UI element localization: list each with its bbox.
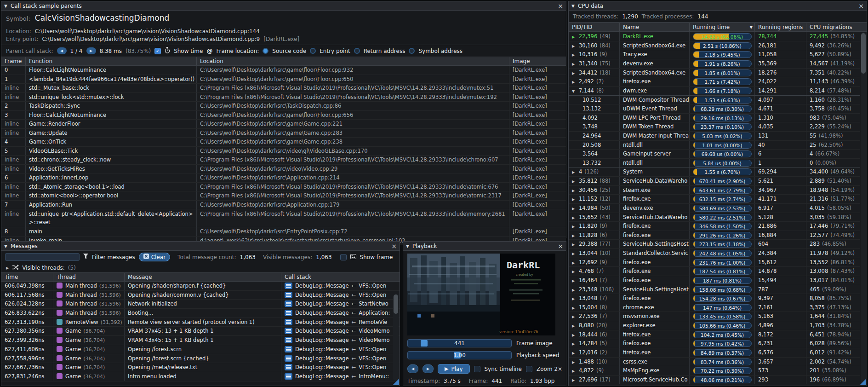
message-column-header[interactable]: Message: [124, 273, 281, 281]
tree-expand-icon[interactable]: ▶: [572, 367, 579, 375]
process-row[interactable]: ▶11,828(6)firefox.exe291.26 ms (1.26%)16…: [569, 231, 860, 240]
call-stack-row[interactable]: 0Floor::CalcLightNoLuminanceC:\Users\wol…: [1, 66, 566, 75]
show-time-checkbox[interactable]: ✓: [154, 48, 161, 54]
frame-column-header[interactable]: Frame: [1, 57, 25, 65]
tree-expand-icon[interactable]: ▶: [572, 295, 579, 303]
process-row[interactable]: ▶4,768(7)firefox.exe187.54 ms (0.81%)14,…: [569, 267, 860, 276]
process-row[interactable]: ▼7,144(8)dwm.exe1.66 s (7.18%)14,2918,21…: [569, 87, 860, 96]
process-row[interactable]: ▶27,696(17)Microsoft.ServiceHub.Co48.06 …: [569, 375, 860, 385]
time-column-header[interactable]: Time: [1, 273, 53, 281]
tree-expand-icon[interactable]: ▶: [572, 214, 579, 222]
resize-grip[interactable]: [393, 379, 399, 385]
call-stack-row[interactable]: inlinestd::chrono::steady_clock::nowC:\P…: [1, 156, 566, 165]
tree-expand-icon[interactable]: ▶: [572, 331, 579, 339]
process-row[interactable]: ▶11,820(9)firefox.exe346.58 ms (1.50%)21…: [569, 222, 860, 231]
tree-expand-icon[interactable]: ▶: [572, 267, 579, 276]
cpu-scrollbar[interactable]: [861, 32, 866, 385]
call-stack-titlebar[interactable]: ▼ Call stack sample parents ×: [1, 1, 566, 11]
process-row[interactable]: ▶29,388(77)ServiceHub.SettingsHost273.15…: [569, 240, 860, 249]
process-row[interactable]: ▶35,812(88)ServiceHub.DataWareho670.41 m…: [569, 177, 860, 186]
clear-button[interactable]: Clear: [139, 253, 170, 261]
process-row[interactable]: ▶1,488(10)csrss.exe83.74 ms (0.36%)3,657…: [569, 358, 860, 367]
radio-return-address-label[interactable]: Return address: [364, 48, 405, 54]
message-row[interactable]: 627,380,356nsGame(36,704)VRAM 37x45: 13 …: [1, 327, 400, 336]
frame-image-slider[interactable]: 441: [407, 339, 512, 347]
cpu-scrollbar-thumb[interactable]: [861, 33, 866, 74]
process-row[interactable]: ▶13,048(7)firefox.exe154.28 ms (0.67%)9,…: [569, 294, 860, 303]
collapse-triangle-icon[interactable]: ▼: [571, 4, 575, 8]
running-regions-column-header[interactable]: Running regions: [754, 23, 806, 31]
tree-expand-icon[interactable]: ▶: [572, 177, 579, 185]
call-stack-row[interactable]: 7Application::RunC:\Users\wolf\Desktop\d…: [1, 201, 566, 210]
collapse-triangle-icon[interactable]: ▼: [4, 244, 7, 248]
collapse-triangle-icon[interactable]: ▼: [4, 4, 7, 8]
zoom-2x-label[interactable]: Zoom 2×: [537, 366, 562, 372]
tree-expand-icon[interactable]: ▶: [572, 42, 579, 50]
process-row[interactable]: ▶4,872(9)MsMpEng.exe70.22 ms (0.30%)5732…: [569, 366, 860, 375]
running-time-column-header[interactable]: Running time ▼: [689, 23, 754, 31]
tree-expand-icon[interactable]: ▶: [572, 349, 579, 357]
message-row[interactable]: 627,558,996nsGame(36,704)Opening /forest…: [1, 354, 400, 364]
message-row[interactable]: 626,024,328nsMain thread(31,596)Network …: [1, 300, 400, 309]
step-back-button[interactable]: ◀: [407, 364, 418, 373]
call-stack-row[interactable]: inlinestd::_Atomic_storage<bool,1>::load…: [1, 183, 566, 192]
radio-symbol-address-label[interactable]: Symbol address: [418, 48, 463, 54]
zoom-2x-checkbox[interactable]: [526, 366, 532, 372]
process-row[interactable]: ▶10,316(9)Tracy.exe2.18 s (9.45%)11,0585…: [569, 50, 860, 59]
thread-column-header[interactable]: Thread: [53, 273, 124, 281]
call-stack-row[interactable]: inlineGame::RenderFloorC:\Users\wolf\Des…: [1, 120, 566, 129]
message-row[interactable]: 627,667,736nsGame(36,704)Opening /meta/r…: [1, 363, 400, 372]
process-row[interactable]: ▶15,004(8)chrome.exe147 ms (0.64%)7,1613…: [569, 303, 860, 312]
tree-expand-icon[interactable]: ▶: [572, 322, 579, 330]
message-row[interactable]: 606,117,568nsMain thread(31,596)Opening …: [1, 291, 400, 300]
process-row[interactable]: ▶12,692(9)firefox.exe231.76 ms (1.00%)15…: [569, 258, 860, 267]
radio-return-address[interactable]: [354, 48, 360, 54]
collapse-triangle-icon[interactable]: ▼: [406, 244, 409, 248]
message-row[interactable]: 627,313,190nsRemoteView(31,392)Remote vi…: [1, 318, 400, 327]
process-row[interactable]: 10,512DWM Compositor Thread1.53 s (6.63%…: [569, 95, 860, 104]
call-stack-row[interactable]: inlinestd::_Mutex_base::lockC:\Program F…: [1, 84, 566, 93]
location-column-header[interactable]: Location: [196, 57, 509, 65]
call-stack-row[interactable]: inlinestd::atomic<bool>::operator boolC:…: [1, 191, 566, 201]
playback-titlebar[interactable]: ▼ Playback ×: [403, 242, 566, 251]
show-frame-checkbox[interactable]: [340, 254, 347, 260]
filter-input[interactable]: [5, 253, 80, 261]
process-row[interactable]: 3,748DWM Token Thread23.37 ms (0.10%)4,0…: [569, 122, 860, 132]
process-row[interactable]: ▶13,044(10)StandardCollector.Servic242.4…: [569, 249, 860, 258]
radio-symbol-address[interactable]: [409, 48, 415, 54]
tree-expand-icon[interactable]: ▶: [572, 231, 579, 240]
close-icon[interactable]: ×: [558, 243, 563, 249]
radio-source-code-label[interactable]: Source code: [272, 48, 306, 54]
call-stack-row[interactable]: 3Floor::CalcLightNoLuminanceC:\Users\wol…: [1, 111, 566, 120]
call-stack-row[interactable]: 1<lambda_84a19dc444fae966ca174e83e708bdc…: [1, 75, 566, 84]
radio-entry-point-label[interactable]: Entry point: [320, 48, 350, 54]
prev-stack-button[interactable]: ◀: [57, 47, 67, 54]
tree-expand-icon[interactable]: ▶: [572, 204, 579, 213]
call-stack-column-header[interactable]: Call stack: [281, 273, 400, 281]
tree-expand-icon[interactable]: ▶: [572, 51, 579, 59]
process-row[interactable]: ▶34,412(18)ScriptedSandbox64.exe1.85 s (…: [569, 69, 860, 78]
call-stack-row[interactable]: 2TaskDispatch::SyncC:\Users\wolf\Desktop…: [1, 102, 566, 111]
tree-expand-icon[interactable]: ▶: [572, 312, 579, 321]
process-row[interactable]: ▶22,396(49)DarkRL.exe14.33 s (62.06%)78,…: [569, 32, 860, 41]
call-stack-row[interactable]: inlinestd::unique_lock<std::mutex>::lock…: [1, 93, 566, 102]
radio-source-code[interactable]: [263, 48, 268, 54]
tree-expand-icon[interactable]: ▶: [572, 60, 579, 68]
tree-expand-icon[interactable]: ▶: [572, 358, 579, 366]
radio-entry-point[interactable]: [310, 48, 316, 54]
message-row[interactable]: 606,049,398nsMain thread(31,596)Opening …: [1, 282, 400, 291]
tree-expand-icon[interactable]: ▶: [572, 304, 579, 312]
tree-expand-icon[interactable]: ▶: [572, 376, 579, 384]
tree-expand-icon[interactable]: ▶: [572, 168, 579, 176]
tree-expand-icon[interactable]: ▶: [572, 69, 579, 77]
process-row[interactable]: ▶16,464(7)firefox.exe187 ms (0.81%)15,49…: [569, 276, 860, 285]
tree-expand-icon[interactable]: ▶: [572, 222, 579, 231]
expand-triangle-icon[interactable]: ▶: [6, 266, 9, 270]
tree-expand-icon[interactable]: ▶: [572, 240, 579, 248]
process-row[interactable]: ▶30,160(84)ScriptedSandbox64.exe2.51 s (…: [569, 41, 860, 51]
message-row[interactable]: 627,399,326nsGame(36,704)VRAM 43x45: 15 …: [1, 336, 400, 345]
next-stack-button[interactable]: ▶: [86, 47, 96, 54]
messages-scrollbar[interactable]: [393, 294, 399, 381]
messages-titlebar[interactable]: ▼ Messages ×: [1, 242, 400, 251]
call-stack-row[interactable]: inlineVideo::GetTicksHiResC:\Users\wolf\…: [1, 165, 566, 174]
